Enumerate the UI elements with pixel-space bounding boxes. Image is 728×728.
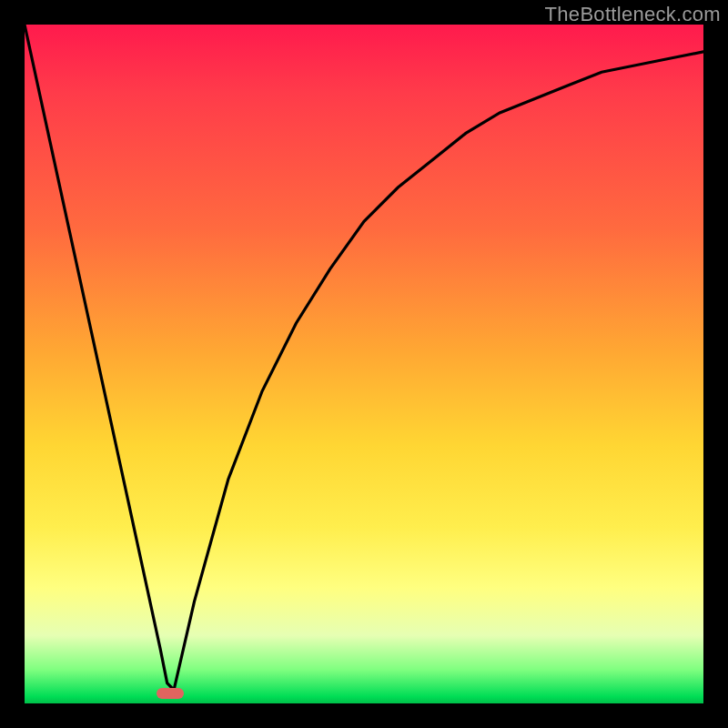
plot-area [25, 25, 703, 703]
watermark-label: TheBottleneck.com [545, 3, 721, 26]
chart-frame: TheBottleneck.com [0, 0, 728, 728]
curve-layer [25, 25, 703, 703]
bottleneck-curve [25, 25, 703, 690]
optimal-marker-icon [157, 688, 184, 699]
